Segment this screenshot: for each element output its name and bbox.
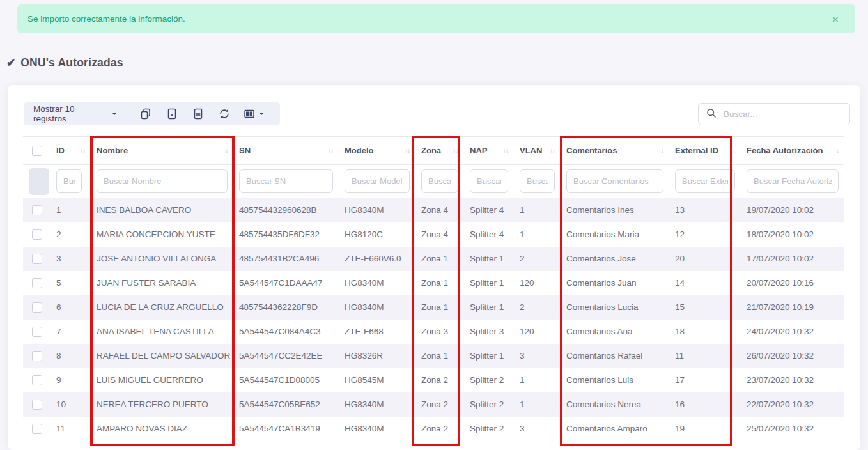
row-checkbox-cell [23, 222, 50, 247]
cell-id: 10 [50, 392, 91, 417]
copy-icon [140, 108, 151, 120]
row-checkbox[interactable] [32, 400, 42, 410]
select-all-cell [23, 137, 50, 165]
filter-input-sn[interactable] [239, 169, 333, 193]
row-checkbox[interactable] [32, 424, 42, 434]
cell-comentarios: Comentarios Luis [561, 368, 669, 392]
cell-sn: 5A544547C1D08005 [233, 368, 339, 392]
filter-input-id[interactable] [56, 169, 82, 193]
filter-input-comentarios[interactable] [566, 169, 663, 193]
cell-nap: Splitter 4 [464, 222, 514, 247]
sort-icon[interactable]: ↑↓ [405, 147, 410, 154]
filter-input-vlan[interactable] [520, 169, 555, 193]
cell-external_id: 17 [669, 368, 741, 392]
row-checkbox[interactable] [32, 229, 42, 240]
cell-zona: Zona 1 [415, 271, 464, 295]
filter-cell-external_id [669, 165, 741, 198]
export-excel-icon: x [166, 108, 178, 120]
sort-icon[interactable]: ↑↓ [730, 147, 735, 154]
column-header-vlan[interactable]: VLAN↑↓ [514, 137, 561, 165]
sort-icon[interactable]: ↑↓ [503, 147, 508, 154]
alert-message: Se importo correctamente la información. [27, 14, 185, 24]
row-checkbox-cell [23, 198, 50, 222]
cell-external_id: 14 [669, 271, 741, 295]
cell-id: 8 [50, 344, 91, 368]
sort-icon[interactable]: ↑↓ [222, 147, 228, 154]
table-row: 11AMPARO NOVAS DIAZ5A544547CA1B3419HG834… [23, 417, 844, 441]
table-row: 1INES BALBOA CAVERO485754432960628BHG834… [23, 198, 844, 222]
table-row: 9LUIS MIGUEL GUERRERO5A544547C1D08005HG8… [23, 368, 844, 392]
row-checkbox[interactable] [32, 278, 42, 288]
column-header-nap[interactable]: NAP↑↓ [464, 137, 514, 165]
filter-input-modelo[interactable] [345, 169, 410, 193]
column-header-sn[interactable]: SN↑↓ [233, 137, 339, 165]
filter-cell-fecha [741, 165, 844, 198]
sort-icon[interactable]: ↑↓ [328, 147, 333, 154]
select-all-checkbox[interactable] [32, 146, 42, 156]
cell-nombre: JUAN FUSTER SARABIA [91, 271, 233, 295]
cell-sn: 4857544362228F9D [233, 295, 339, 320]
cell-sn: 5A544547CA1B3419 [233, 417, 339, 441]
page-length-dropdown[interactable]: Mostrar 10 registros [33, 104, 117, 123]
cell-vlan: 3 [514, 344, 561, 368]
row-checkbox-cell [23, 271, 50, 295]
cell-zona: Zona 4 [415, 198, 464, 222]
cell-comentarios: Comentarios Ana [561, 320, 669, 344]
cell-sn: 5A544547C084A4C3 [233, 320, 339, 344]
row-checkbox[interactable] [32, 205, 42, 215]
cell-comentarios: Comentarios Jose [561, 247, 669, 271]
filter-cell-modelo [339, 165, 415, 198]
cell-nombre: JOSE ANTONIO VILLALONGA [91, 247, 233, 271]
filter-cell-nombre [91, 165, 233, 198]
row-checkbox[interactable] [32, 327, 42, 337]
cell-external_id: 13 [669, 198, 741, 222]
cell-fecha: 22/07/2020 10:32 [741, 392, 844, 417]
sort-icon[interactable]: ↑↓ [658, 147, 663, 154]
column-header-fecha[interactable]: Fecha Autorización↑↓ [741, 137, 844, 165]
search-input[interactable] [724, 109, 842, 119]
column-header-external_id[interactable]: External ID↑↓ [669, 137, 741, 165]
cell-nap: Splitter 1 [464, 295, 514, 320]
refresh-button[interactable] [211, 102, 237, 125]
cell-comentarios: Comentarios Ines [561, 198, 669, 222]
filter-input-nap[interactable] [470, 169, 508, 193]
close-icon[interactable]: × [832, 13, 839, 24]
column-header-nombre[interactable]: Nombre↑↓ [91, 137, 233, 165]
cell-external_id: 12 [669, 222, 741, 247]
cell-vlan: 1 [514, 222, 561, 247]
sort-icon[interactable]: ↑↓ [833, 147, 839, 154]
page-title-text: ONU's Autorizadas [20, 56, 123, 70]
row-checkbox[interactable] [32, 254, 42, 264]
column-header-comentarios[interactable]: Comentarios↑↓ [561, 137, 669, 165]
column-header-id[interactable]: ID↑↓ [50, 137, 91, 165]
sort-icon[interactable]: ↑↓ [550, 147, 555, 154]
filter-input-fecha[interactable] [747, 169, 839, 193]
cell-sn: 485754435DF6DF32 [233, 222, 339, 247]
cell-id: 7 [50, 320, 91, 344]
cell-nap: Splitter 1 [464, 271, 514, 295]
table-row: 7ANA ISABEL TENA CASTILLA5A544547C084A4C… [23, 320, 844, 344]
table-toolbar: Mostrar 10 registros [24, 102, 280, 125]
row-checkbox[interactable] [32, 351, 42, 361]
export-file-icon [192, 108, 204, 120]
filter-cell-comentarios [561, 165, 669, 198]
column-header-zona[interactable]: Zona↑↓ [415, 137, 464, 165]
filter-input-external_id[interactable] [675, 169, 735, 193]
filter-input-zona[interactable] [421, 169, 458, 193]
cell-sn: 485754431B2CA496 [233, 247, 339, 271]
filter-input-nombre[interactable] [97, 169, 228, 193]
sort-icon[interactable]: ↑↓ [453, 147, 458, 154]
cell-vlan: 1 [514, 392, 561, 417]
column-visibility-button[interactable] [237, 102, 270, 125]
copy-button[interactable] [132, 102, 159, 125]
column-header-modelo[interactable]: Modelo↑↓ [339, 137, 415, 165]
export-excel-button[interactable]: x [159, 102, 185, 125]
cell-comentarios: Comentarios Amparo [561, 417, 669, 441]
table-row: 2MARIA CONCEPCION YUSTE485754435DF6DF32H… [23, 222, 844, 247]
sort-icon[interactable]: ↑↓ [80, 147, 85, 154]
column-label-vlan: VLAN [520, 146, 542, 155]
row-checkbox[interactable] [32, 375, 42, 385]
row-checkbox-cell [23, 392, 50, 417]
export-file-button[interactable] [185, 102, 211, 125]
row-checkbox[interactable] [32, 302, 42, 313]
